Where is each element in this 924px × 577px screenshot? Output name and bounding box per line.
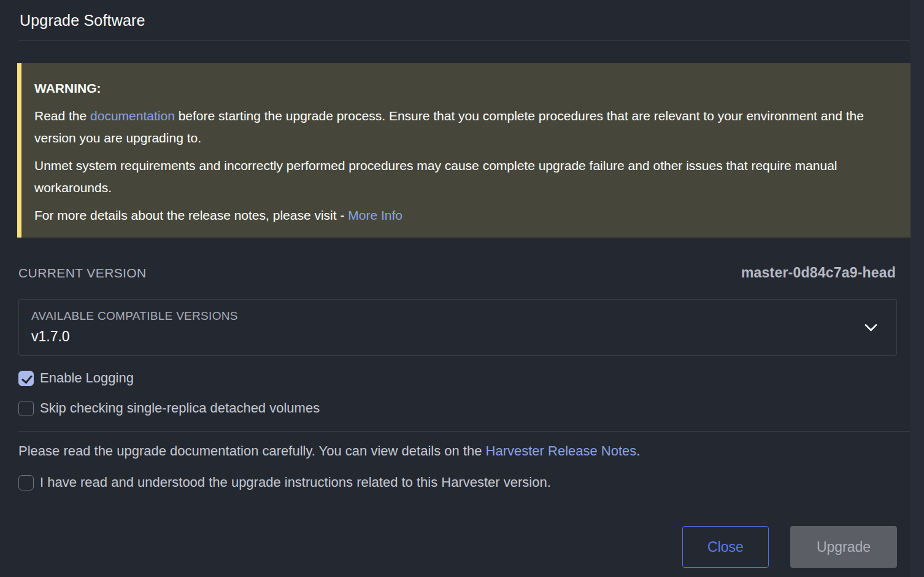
upgrade-software-dialog: Upgrade Software WARNING: Read the docum… (0, 0, 911, 577)
scrollbar-track[interactable] (911, 0, 924, 577)
header-divider (18, 41, 910, 41)
page-title: Upgrade Software (20, 12, 892, 29)
current-version-row: CURRENT VERSION master-0d84c7a9-head (18, 265, 896, 281)
dialog-footer: Close Upgrade (682, 526, 897, 568)
more-info-link[interactable]: More Info (348, 208, 402, 222)
read-confirm-checkbox[interactable] (18, 475, 34, 490)
enable-logging-checkbox-row[interactable]: Enable Logging (18, 370, 896, 386)
compatible-versions-select[interactable]: AVAILABLE COMPATIBLE VERSIONS v1.7.0 (18, 299, 897, 356)
chevron-down-icon (864, 318, 877, 331)
enable-logging-checkbox[interactable] (18, 371, 34, 386)
skip-single-replica-label: Skip checking single-replica detached vo… (40, 400, 320, 416)
warning-paragraph-1: Read the documentation before starting t… (34, 105, 896, 149)
current-version-label: CURRENT VERSION (18, 266, 147, 281)
skip-single-replica-checkbox-row[interactable]: Skip checking single-replica detached vo… (18, 400, 896, 416)
current-version-value: master-0d84c7a9-head (741, 265, 896, 281)
upgrade-button[interactable]: Upgrade (790, 526, 897, 568)
skip-single-replica-checkbox[interactable] (18, 401, 34, 416)
harvester-release-notes-link[interactable]: Harvester Release Notes (486, 443, 637, 459)
select-value: v1.7.0 (31, 328, 853, 345)
close-button[interactable]: Close (682, 526, 769, 568)
select-label: AVAILABLE COMPATIBLE VERSIONS (31, 309, 853, 323)
read-confirm-checkbox-row[interactable]: I have read and understood the upgrade i… (18, 474, 896, 490)
documentation-link[interactable]: documentation (90, 109, 175, 123)
warning-banner: WARNING: Read the documentation before s… (17, 63, 911, 238)
warning-paragraph-2: Unmet system requirements and incorrectl… (34, 155, 896, 199)
warning-label: WARNING: (34, 77, 896, 99)
dialog-header: Upgrade Software (0, 0, 911, 29)
release-note-text: Please read the upgrade documentation ca… (18, 442, 896, 460)
warning-paragraph-3: For more details about the release notes… (34, 204, 896, 227)
read-confirm-label: I have read and understood the upgrade i… (40, 474, 551, 490)
section-divider (18, 431, 910, 432)
enable-logging-label: Enable Logging (40, 370, 134, 386)
